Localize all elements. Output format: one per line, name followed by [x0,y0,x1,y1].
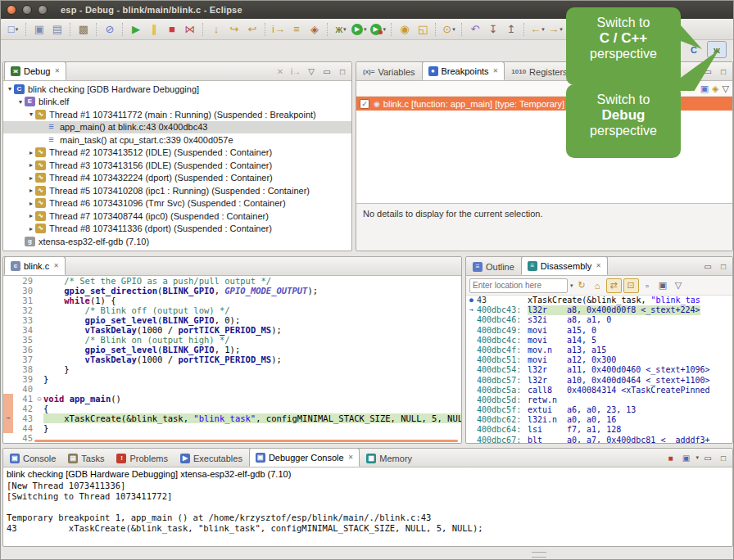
console-tab-memory[interactable]: ▦Memory [360,450,418,467]
minimize-button[interactable]: ▭ [320,65,333,78]
editor-line[interactable]: 33 gpio_set_level(BLINK_GPIO, 0); [3,315,461,325]
fold-marker-icon[interactable]: ⊝ [35,394,43,404]
debug-tree-row[interactable]: ▸∿Thread #5 1073410208 (ipc1 : Running) … [3,184,351,197]
debug-perspective-button[interactable]: ж [707,41,727,58]
group-by-icon[interactable]: ◈ [712,84,718,94]
open-resource-icon[interactable]: ◱ [415,22,431,37]
disassembly-row[interactable]: 400dbc67:blta0, a7, 0x400dbc81 <__adddf3… [466,436,732,444]
editor-line[interactable]: 32 /* Blink off (output low) */ [3,305,461,315]
display-selected-console-button[interactable]: ▣ [679,451,692,464]
open-new-view-icon[interactable]: ▣ [656,279,670,292]
step-over-icon[interactable]: ↪ [226,22,242,37]
debug-tree-row[interactable]: ▸∿Thread #8 1073411336 (dport) (Suspende… [3,223,351,236]
resume-icon[interactable]: ▶ [128,22,144,37]
display-selected-console-dropdown-arrow[interactable]: ▾ [695,454,699,461]
tree-expand-arrow[interactable]: ▸ [27,200,35,207]
debug-tree-row[interactable]: ▾∿Thread #1 1073411772 (main : Running) … [3,108,351,121]
home-icon[interactable]: ⌂ [591,279,605,292]
refresh-icon[interactable]: ↻ [575,279,589,292]
debug-tree-row[interactable]: ▸∿Thread #3 1073413156 (IDLE) (Suspended… [3,159,351,172]
run-icon[interactable]: ▶▾ [351,22,368,37]
editor-line[interactable]: 35 /* Blink on (output high) */ [3,335,461,345]
editor-line[interactable]: 38 } [3,364,461,374]
editor-line[interactable]: 34 vTaskDelay(1000 / portTICK_PERIOD_MS)… [3,325,461,335]
debug-icon[interactable]: ж▾ [333,22,349,37]
tab-close-icon[interactable]: ✕ [53,262,59,269]
debugger-console-output[interactable]: blink checking [GDB Hardware Debugging] … [3,467,732,535]
breakpoint-types-icon[interactable]: ◈ [306,22,323,37]
view-menu-button[interactable]: ▽ [305,65,318,78]
right-tab-variables[interactable]: (x)=Variables [357,64,421,80]
open-type-icon[interactable]: ◉ [396,22,413,37]
debug-tree-row[interactable]: ≡main_task() at cpu_start.c:339 0x400d05… [3,133,351,147]
step-into-icon[interactable]: ↓ [208,22,224,37]
disassembly-row[interactable]: →400dbc43:l32ra8, 0x400d00f8 <_stext+224… [466,305,732,315]
debug-tree-row[interactable]: ▸∿Thread #7 1073408744 (ipc0) (Suspended… [3,210,351,223]
tree-expand-arrow[interactable]: ▸ [27,149,35,156]
debug-dropdown-arrow[interactable]: ▾ [343,26,347,33]
coverage-icon[interactable]: ▶▾ [369,22,387,37]
save-icon[interactable]: ▣ [31,22,48,37]
tree-expand-arrow[interactable]: ▸ [27,212,35,219]
window-maximize-button[interactable] [38,5,48,15]
editor-tab-blink.c[interactable]: cblink.c✕ [4,256,66,275]
console-tab-console[interactable]: ▣Console [4,450,61,467]
new-disassembly-view-icon[interactable]: ▫ [641,279,655,292]
console-tab-debugger-console[interactable]: ▣Debugger Console✕ [249,448,360,467]
sync-with-active-context-icon[interactable]: ⇄ [606,278,622,293]
debug-tree-row[interactable]: ▸∿Thread #2 1073413512 (IDLE) (Suspended… [3,147,351,160]
editor-line[interactable]: 31 while(1) { [3,296,461,305]
window-close-button[interactable] [7,5,16,15]
disassembly-tab-outline[interactable]: ≡Outline [467,259,520,275]
terminate-icon[interactable]: ■ [164,22,180,37]
minimize-button[interactable]: ▭ [701,451,714,464]
disassembly-row[interactable]: 400dbc4c:movia14, 5 [466,336,732,345]
tree-expand-arrow[interactable]: ▸ [27,161,35,169]
build-icon[interactable]: ▩ [75,22,92,37]
maximize-button[interactable]: □ [717,65,730,78]
code-editor[interactable]: 29 /* Set the GPIO as a push/pull output… [3,276,461,443]
view-menu-icon[interactable]: ▽ [672,279,686,292]
right-tab-breakpoints[interactable]: ●Breakpoints✕ [422,61,505,80]
back-icon[interactable]: ←▾ [529,22,546,37]
editor-line[interactable]: 37 vTaskDelay(1000 / portTICK_PERIOD_MS)… [3,355,461,364]
tree-expand-arrow[interactable]: ▾ [27,111,35,118]
debug-configurations-icon[interactable]: ≡ [288,22,305,37]
show-full-paths-icon[interactable]: ▣ [700,84,709,94]
maximize-button[interactable]: □ [336,65,349,78]
editor-line[interactable]: 30 gpio_set_direction(BLINK_GPIO, GPIO_M… [3,286,461,296]
instruction-stepping-mode-button[interactable]: i→ [289,65,302,78]
editor-line[interactable]: 29 /* Set the GPIO as a push/pull output… [3,276,461,286]
disassembly-row[interactable]: 400dbc64:lsif7, a1, 128 [466,425,732,435]
debug-tree-row[interactable]: ▸∿Thread #6 1073431096 (Tmr Svc) (Suspen… [3,197,351,210]
debug-tree-row[interactable]: gxtensa-esp32-elf-gdb (7.10) [3,235,351,248]
debug-tab-debug[interactable]: жDebug✕ [4,61,66,80]
remove-all-terminated-button[interactable]: ✕ [274,65,287,78]
tab-close-icon[interactable]: ✕ [596,262,601,269]
console-tab-tasks[interactable]: ▤Tasks [62,450,110,467]
tree-expand-arrow[interactable]: ▸ [27,225,35,233]
new-wizard-dropdown-arrow[interactable]: ▾ [16,26,19,33]
window-minimize-button[interactable] [22,5,32,15]
breakpoint-checkbox[interactable]: ✓ [360,99,369,109]
skip-all-breakpoints-icon[interactable]: ⊘ [102,22,118,37]
track-expression-icon[interactable]: ⊡ [623,278,639,293]
tree-expand-arrow[interactable]: ▸ [27,174,35,182]
debug-tree-row[interactable]: ≡app_main() at blink.c:43 0x400dbc43 [3,121,351,134]
view-menu-icon[interactable]: ▽ [723,84,729,94]
coverage-dropdown-arrow[interactable]: ▾ [383,26,387,33]
debug-tree-row[interactable]: ▸∿Thread #4 1073432224 (dport) (Suspende… [3,172,351,185]
editor-line[interactable]: 36 gpio_set_level(BLINK_GPIO, 1); [3,345,461,355]
disassembly-row[interactable]: 400dbc4f:mov.na13, a15 [466,345,732,355]
forward-icon[interactable]: →▾ [547,22,564,37]
location-dropdown-arrow[interactable]: ▾ [570,282,573,289]
search-dropdown-arrow[interactable]: ▾ [452,26,455,33]
maximize-button[interactable]: □ [717,451,730,464]
tab-close-icon[interactable]: ✕ [348,454,354,461]
tab-close-icon[interactable]: ✕ [493,67,499,75]
editor-line[interactable]: →43 xTaskCreate(&blink_task, "blink_task… [3,413,461,423]
disassembly-row[interactable]: 400dbc46:s32ia8, a1, 0 [466,315,732,325]
minimize-button[interactable]: ▭ [701,260,714,273]
editor-line[interactable]: 39} [3,374,461,384]
disassembly-tab-disassembly[interactable]: ≡Disassembly✕ [521,256,608,275]
